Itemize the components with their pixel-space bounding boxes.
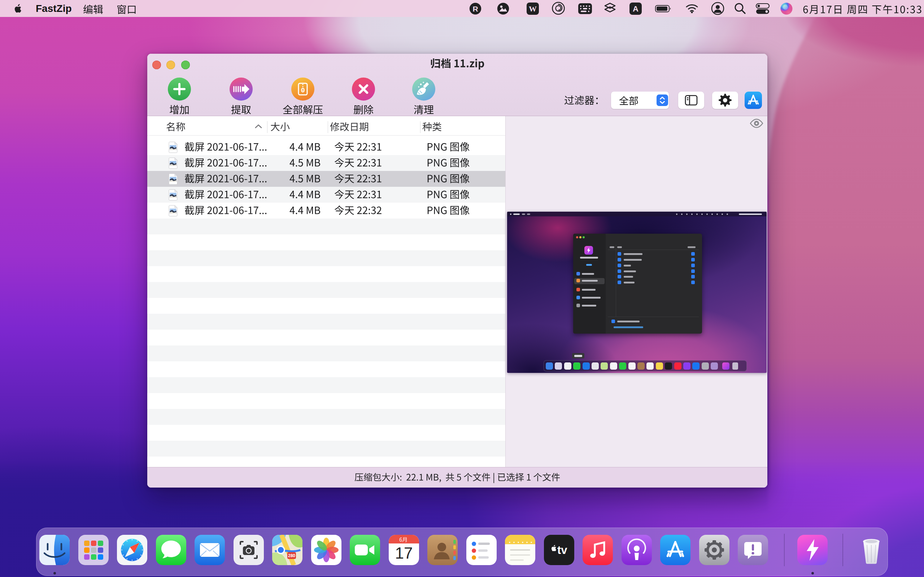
svg-text:R: R (472, 5, 478, 13)
svg-text:A: A (633, 4, 638, 13)
svg-text:tv: tv (557, 544, 567, 556)
svg-text:280: 280 (288, 553, 295, 558)
svg-text:W: W (529, 4, 537, 13)
svg-text:17: 17 (395, 544, 412, 562)
